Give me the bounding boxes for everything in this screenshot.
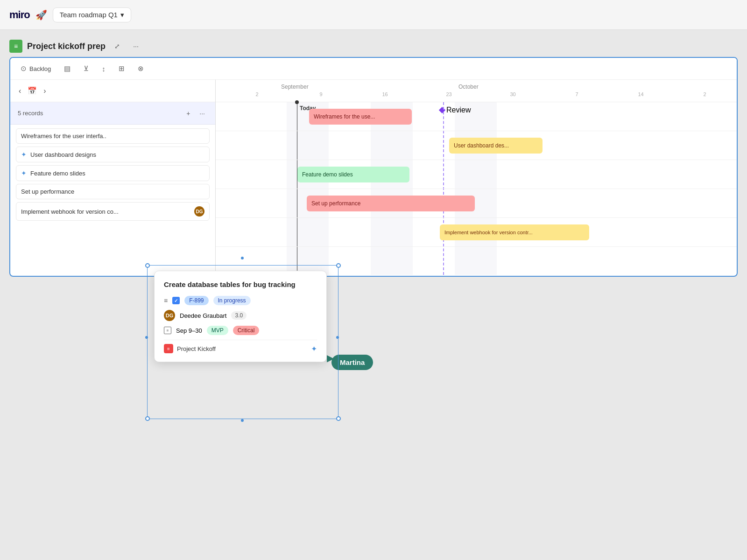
- prev-button[interactable]: ‹: [16, 85, 24, 97]
- task-label: Wireframes for the user interfa..: [21, 133, 106, 140]
- week-7: 7: [545, 91, 609, 97]
- timeline-rows: Review Today Wireframes for the use...: [216, 102, 737, 275]
- october-label: October: [458, 84, 479, 90]
- main-content: ≡ Project kickoff prep ⤢ ··· ⊙ Backlog ▤…: [0, 30, 747, 560]
- group-icon: ⊞: [119, 64, 125, 73]
- week-labels: 2 9 16 23 30 7 14 2: [216, 91, 737, 100]
- gantt-bar-feature-demo[interactable]: Feature demo slides: [297, 167, 409, 182]
- board-title-button[interactable]: Team roadmap Q1 ▾: [53, 7, 131, 22]
- popup-card: Create database tables for bug tracking …: [154, 271, 327, 362]
- task-label: Set up performance: [21, 188, 74, 195]
- week-16: 16: [353, 91, 417, 97]
- backlog-icon: ⊙: [21, 64, 27, 73]
- gantt-bar-performance[interactable]: Set up performance: [307, 196, 475, 211]
- more-records-button[interactable]: ···: [197, 108, 208, 119]
- popup-footer-project: ≡ Project Kickoff: [164, 344, 216, 353]
- task-item[interactable]: Set up performance: [16, 184, 210, 199]
- task-item[interactable]: Implement webhook for version co... DG: [16, 202, 210, 221]
- week-14: 14: [609, 91, 673, 97]
- date-range: Sep 9–30: [176, 327, 202, 334]
- selection-corner-br[interactable]: [336, 416, 341, 421]
- dot-indicator-top: [241, 257, 244, 259]
- task-label: Feature demo slides: [30, 170, 85, 177]
- dot-indicator-bottom: [241, 419, 244, 422]
- task-label: Implement webhook for version co...: [21, 208, 119, 215]
- popup-ticket-row: ≡ ✓ F-899 In progress: [164, 296, 317, 305]
- frame-title: Project kickoff prep: [27, 42, 106, 51]
- avatar: DG: [194, 206, 204, 217]
- toolbar-backlog[interactable]: ⊙ Backlog: [18, 63, 54, 75]
- gantt-bar-wireframes[interactable]: Wireframes for the use...: [309, 109, 412, 125]
- frame-icon: ≡: [9, 40, 22, 53]
- gantt-body: ‹ 📅 › 5 records + ··· Wireframes for the…: [10, 80, 737, 276]
- task-icon: ✦: [21, 151, 27, 158]
- popup-assignee-row: DG Deedee Graubart 3.0: [164, 310, 317, 321]
- miro-logo: miro: [9, 9, 30, 21]
- backlog-label: Backlog: [29, 65, 51, 72]
- gantt-row-5: Implement webhook for version contr...: [216, 218, 737, 247]
- next-button[interactable]: ›: [41, 85, 49, 97]
- timeline-header: September October 2 9 16 23 30 7 14 2: [216, 80, 737, 102]
- left-panel: ‹ 📅 › 5 records + ··· Wireframes for the…: [10, 80, 216, 276]
- story-points: 3.0: [231, 311, 247, 320]
- timeline-area: September October 2 9 16 23 30 7 14 2: [216, 80, 737, 276]
- september-label: September: [281, 84, 309, 90]
- critical-badge: Critical: [233, 326, 260, 335]
- selection-corner-tr[interactable]: [336, 263, 341, 268]
- view-icon: ▤: [64, 64, 70, 73]
- gantt-row-3: Feature demo slides: [216, 160, 737, 189]
- selection-corner-tl[interactable]: [145, 263, 150, 268]
- add-record-button[interactable]: +: [183, 108, 193, 119]
- frame-more-button[interactable]: ···: [129, 39, 143, 53]
- filter-icon: ⊻: [84, 64, 89, 73]
- list-icon: ≡: [164, 297, 168, 304]
- rocket-icon: 🚀: [35, 9, 47, 21]
- toolbar-view[interactable]: ▤: [61, 63, 73, 75]
- calendar-small-icon: ≡: [164, 327, 171, 334]
- project-icon: ≡: [164, 344, 173, 353]
- assignee-name: Deedee Graubart: [180, 312, 226, 319]
- toolbar-link[interactable]: ⊗: [135, 63, 147, 75]
- task-item[interactable]: Wireframes for the user interfa..: [16, 128, 210, 144]
- ticket-badge: F-899: [184, 296, 208, 305]
- records-count: 5 records: [18, 110, 43, 117]
- popup-link-icon[interactable]: ✦: [311, 344, 317, 353]
- gantt-bar-dashboard[interactable]: User dashboard des...: [449, 138, 543, 154]
- week-2: 2: [225, 91, 289, 97]
- martina-label: Martina: [331, 355, 373, 370]
- gantt-container: ⊙ Backlog ▤ ⊻ ↕ ⊞ ⊗: [9, 57, 738, 277]
- toolbar-sort[interactable]: ↕: [99, 63, 108, 75]
- link-icon: ⊗: [138, 64, 144, 73]
- popup-title: Create database tables for bug tracking: [164, 280, 317, 289]
- board-title-label: Team roadmap Q1: [60, 11, 118, 19]
- records-actions: + ···: [183, 108, 208, 119]
- task-item[interactable]: ✦ User dashboard designs: [16, 147, 210, 162]
- gantt-row-1: Wireframes for the use...: [216, 102, 737, 131]
- popup-footer: ≡ Project Kickoff ✦: [164, 340, 317, 353]
- week-9: 9: [289, 91, 353, 97]
- toolbar-group[interactable]: ⊞: [116, 63, 127, 75]
- assignee-avatar: DG: [164, 310, 175, 321]
- dot-indicator-left: [145, 336, 148, 339]
- selection-corner-bl[interactable]: [145, 416, 150, 421]
- task-list: Wireframes for the user interfa.. ✦ User…: [10, 125, 215, 227]
- task-item[interactable]: ✦ Feature demo slides: [16, 165, 210, 181]
- toolbar-filter[interactable]: ⊻: [81, 63, 92, 75]
- top-nav: miro 🚀 Team roadmap Q1 ▾: [0, 0, 747, 30]
- project-label: Project Kickoff: [177, 345, 216, 352]
- task-label: User dashboard designs: [30, 151, 96, 158]
- sort-icon: ↕: [102, 65, 106, 73]
- calendar-icon: 📅: [28, 86, 37, 95]
- week-30: 30: [481, 91, 545, 97]
- gantt-toolbar: ⊙ Backlog ▤ ⊻ ↕ ⊞ ⊗: [10, 58, 737, 80]
- gantt-row-2: User dashboard des...: [216, 131, 737, 160]
- task-icon: ✦: [21, 169, 27, 177]
- chevron-down-icon: ▾: [120, 11, 124, 19]
- checkbox-icon: ✓: [172, 297, 180, 304]
- records-header: 5 records + ···: [10, 102, 215, 125]
- frame-expand-button[interactable]: ⤢: [110, 39, 124, 53]
- gantt-bar-webhook[interactable]: Implement webhook for version contr...: [440, 224, 589, 240]
- status-badge: In progress: [213, 296, 251, 305]
- mvp-badge: MVP: [207, 326, 228, 335]
- week-21: 2: [673, 91, 737, 97]
